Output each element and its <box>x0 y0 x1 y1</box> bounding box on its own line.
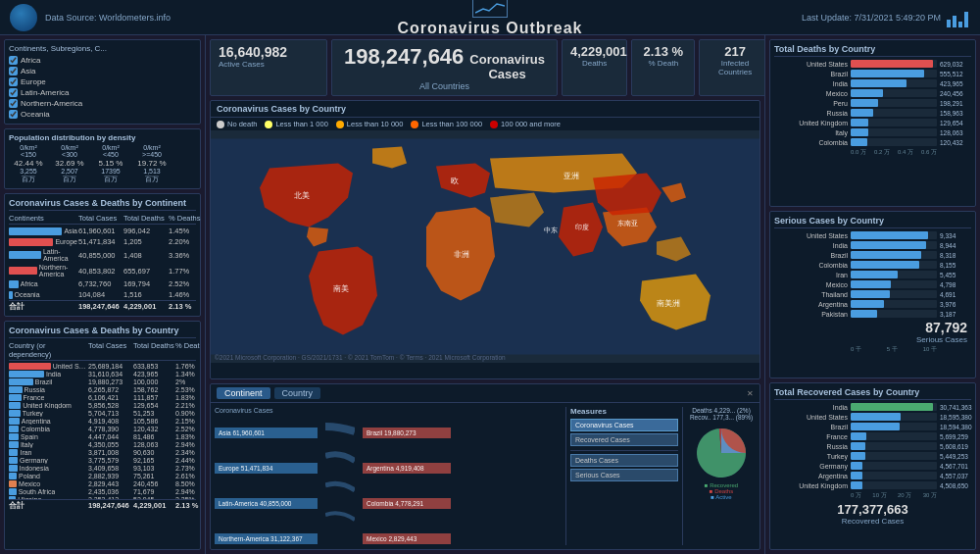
header-left: Data Source: Worldometers.info <box>10 4 225 31</box>
list-item: Mexico 4,798 <box>774 280 971 288</box>
infected-label: Infected Countries <box>708 59 761 76</box>
list-item: Russia 5,608,619 <box>774 442 971 450</box>
continent-checkbox[interactable] <box>9 99 18 108</box>
continents-list: Africa Asia Europe Latin-America Norther… <box>9 55 196 120</box>
svg-text:南美洲: 南美洲 <box>657 299 680 308</box>
flow-nodes-container: Asia 61,960,601 Europe 51,471,834 Latin-… <box>215 417 562 545</box>
table-row: United States 25,689,184 633,853 1.76% <box>9 362 196 370</box>
total-cases-value: 198,247,646 <box>344 44 464 70</box>
active-cases-label: Active Cases <box>219 60 318 69</box>
country-table-total: 合計 198,247,646 4,229,001 2.13 % <box>9 499 196 511</box>
list-item: India 8,944 <box>774 241 971 249</box>
map-title: Coronavirus Cases by Country <box>211 101 760 118</box>
flow-measure-label: Coronavirus Cases <box>215 407 562 414</box>
table-row: Oceania 104,084 1,516 1.46% <box>9 289 196 300</box>
legend-dot-100000plus <box>490 121 498 128</box>
continent-item: Africa <box>9 55 196 66</box>
stat-right-group: 4,229,001 Deaths 2.13 % % Death 217 Infe… <box>562 39 764 96</box>
recovered-total-area: 177,377,663 Recovered Cases <box>774 500 971 528</box>
flow-content: Coronavirus Cases Asia 61,960,601 Europe… <box>211 403 760 549</box>
pop-dist-headers: 0/km²<150 0/km²<300 0/km²<450 0/km²>=450 <box>9 144 196 158</box>
country-tab[interactable]: Country <box>274 387 321 399</box>
table-row: India 31,610,634 423,965 1.34% <box>9 370 196 378</box>
continent-item: Europe <box>9 76 196 87</box>
table-row: Latin-America 40,855,000 1,408 3.36% <box>9 247 196 263</box>
flow-sankey-area: Coronavirus Cases Asia 61,960,601 Europe… <box>215 407 562 545</box>
list-item: India 30,741,363 <box>774 403 971 411</box>
top-stats: 16,640,982 Active Cases 198,247,646 Coro… <box>210 39 760 96</box>
table-row: United Kingdom 5,856,528 129,654 2.21% <box>9 401 196 409</box>
flow-close-icon[interactable]: ✕ <box>747 389 754 398</box>
active-cases-stat: 16,640,982 Active Cases <box>210 39 327 96</box>
list-item: Brazil 8,318 <box>774 251 971 259</box>
continent-checkbox[interactable] <box>9 110 18 119</box>
total-deaths-title: Total Deaths by Country <box>774 44 971 57</box>
population-distribution: Population distribution by density 0/km²… <box>4 128 201 189</box>
continent-table-total: 合計 198,247,646 4,229,001 2.13 % <box>9 300 196 312</box>
list-item: India 423,965 <box>774 79 971 87</box>
table-row: South Africa 2,435,036 71,679 2.94% <box>9 487 196 495</box>
left-panel: Continents, Subregions, C... Africa Asia… <box>0 35 206 554</box>
pct-death-label: % Death <box>640 59 686 68</box>
map-section: Coronavirus Cases by Country No death Le… <box>210 100 760 379</box>
pie-title: Deaths 4,229... (2%)Recov.. 177,3... (89… <box>690 407 753 421</box>
deaths-stat: 4,229,001 Deaths <box>562 39 627 96</box>
serious-big-number: 87,792 <box>774 320 967 335</box>
list-item: Brazil 18,594,380 <box>774 423 971 430</box>
country-table-scroll[interactable]: United States 25,689,184 633,853 1.76% I… <box>9 362 196 499</box>
deaths-label: Deaths <box>570 59 618 68</box>
recovered-x-axis: 0 万 10 万 20 万 30 万 <box>774 491 971 500</box>
continent-tab[interactable]: Continent <box>217 387 270 399</box>
continent-checkbox[interactable] <box>9 77 18 86</box>
list-item: United States 18,595,380 <box>774 413 971 421</box>
measure-serious-btn[interactable]: Serious Cases <box>570 469 678 481</box>
table-row: France 6,106,421 111,857 1.83% <box>9 393 196 401</box>
svg-text:中东: 中东 <box>544 227 558 233</box>
active-cases-value: 16,640,982 <box>219 44 318 60</box>
svg-text:北美: 北美 <box>294 191 310 200</box>
deaths-x-axis: 0.0 万 0.2 万 0.4 万 0.6 万 <box>774 148 971 157</box>
measure-recovered-btn[interactable]: Recovered Cases <box>570 433 678 446</box>
data-source-label: Data Source: Worldometers.info <box>45 13 171 23</box>
legend-no-death: No death <box>217 120 257 128</box>
continent-table-header: Continents Total Cases Total Deaths % De… <box>9 214 196 225</box>
recovered-total-label: Recovered Cases <box>776 517 969 526</box>
flow-node-asia: Asia 61,960,601 <box>215 428 318 438</box>
serious-bar-chart: United States 9,334 India 8,944 Brazil 8… <box>774 231 971 318</box>
country-cases-table: Coronavirus Cases & Deaths by Country Co… <box>4 321 201 550</box>
table-row: Northern-America 40,853,802 655,697 1.77… <box>9 263 196 278</box>
list-item: Colombia 120,432 <box>774 138 971 146</box>
continent-checkbox[interactable] <box>9 67 18 76</box>
list-item: Colombia 8,155 <box>774 261 971 269</box>
map-watermark: ©2021 Microsoft Corporation · GS/2021/17… <box>215 354 506 361</box>
continent-item: Latin-America <box>9 87 196 98</box>
serious-big-label: Serious Cases <box>774 335 967 344</box>
flow-node-latam: Latin-America 40,855,000 <box>215 498 318 509</box>
pop-dist-values-row: 3,255百万 2,507百万 17395百万 1,513百万 <box>9 168 196 184</box>
table-row: Argentina 4,919,408 105,586 2.15% <box>9 417 196 425</box>
list-item: Turkey 5,449,253 <box>774 452 971 460</box>
flow-node-argentina: Argentina 4,919,408 <box>363 463 451 474</box>
continent-checkbox[interactable] <box>9 56 18 65</box>
legend-lt100000: Less than 100 000 <box>411 120 482 128</box>
table-row: Asia 61,960,601 996,042 1.45% <box>9 226 196 236</box>
legend-100000plus: 100 000 and more <box>490 120 561 128</box>
total-cases-label: Coronavirus Cases <box>469 52 545 81</box>
table-row: Russia 6,265,872 158,762 2.53% <box>9 385 196 393</box>
main-content: Continents, Subregions, C... Africa Asia… <box>0 35 980 554</box>
continent-checkbox[interactable] <box>9 88 18 97</box>
measure-coronavirus-btn[interactable]: Coronavirus Cases <box>570 419 678 431</box>
continent-cases-table: Coronavirus Cases & Deaths by Continent … <box>4 193 201 317</box>
list-item: Russia 158,963 <box>774 109 971 117</box>
flow-connectors <box>325 417 355 544</box>
country-filter-label: All Countries <box>344 81 545 91</box>
table-row: Italy 4,350,055 128,063 2.94% <box>9 440 196 448</box>
list-item: United Kingdom 4,508,650 <box>774 481 971 489</box>
dashboard: Data Source: Worldometers.info Coronavir… <box>0 0 980 554</box>
country-table-header: Country (or dependency) Total Cases Tota… <box>9 341 196 361</box>
measure-deaths-btn[interactable]: Deaths Cases <box>570 454 678 467</box>
table-row: Iran 3,871,008 90,630 2.34% <box>9 448 196 456</box>
list-item: United States 629,032 <box>774 60 971 68</box>
total-deaths-chart: Total Deaths by Country United States 62… <box>769 39 976 207</box>
pop-dist-pct-row: 42.44 % 32.69 % 5.15 % 19.72 % <box>9 159 196 168</box>
